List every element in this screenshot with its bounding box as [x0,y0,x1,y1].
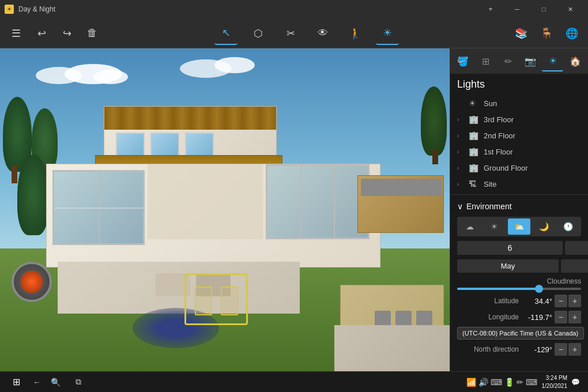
task-view-button[interactable]: ⧉ [69,373,88,391]
new-tab-btn[interactable]: + [477,0,504,18]
main-content: 🪣 ⊞ ✏ 📷 ☀ 🏠 Lights ☀ Sun [0,48,588,371]
night-btn[interactable]: 🌙 [533,218,555,235]
longitude-minus-btn[interactable]: − [555,311,567,323]
delete-btn[interactable]: 🗑 [81,22,104,45]
latitude-minus-btn[interactable]: − [555,295,567,307]
shapes-icon: ⬡ [254,27,263,40]
house-wood-upper [104,107,276,130]
floor-2nd-label: 2nd Floor [484,131,581,140]
battery-icon[interactable]: 🔋 [504,378,514,387]
site-light-icon: 🏗 [469,179,479,189]
expand-ground-icon: › [457,165,464,171]
day-input[interactable] [561,259,588,273]
system-clock[interactable]: 3:24 PM 1/20/2021 [542,374,568,390]
cut-tool-btn[interactable]: ✂ [279,22,302,45]
environment-section: ∨ Environment ☁ ☀ ⛅ 🌙 🕐 [450,197,588,360]
tree-3-top [17,154,49,235]
tree-1-trunk [12,166,17,183]
shapes-tool-btn[interactable]: ⬡ [247,22,270,45]
longitude-plus-btn[interactable]: + [568,311,581,323]
time-btn[interactable]: 🕐 [557,218,579,235]
delete-icon: 🗑 [87,27,97,39]
view-tool-btn[interactable]: 👁 [311,22,334,45]
outdoor-kitchen [357,175,444,233]
tab-columns[interactable]: ⊞ [475,51,496,71]
expand-1st-icon: › [457,149,464,155]
north-minus-btn[interactable]: − [555,343,567,356]
keyboard2-icon[interactable]: ⌨ [526,378,537,387]
columns-icon: ⊞ [482,56,489,67]
tab-camera[interactable]: 📷 [519,51,541,71]
environment-title[interactable]: ∨ Environment [457,202,581,211]
overcast-btn[interactable]: ☁ [459,218,481,235]
sunny-btn[interactable]: ☀ [484,218,506,235]
library-btn[interactable]: 📚 [510,22,533,45]
globe-btn[interactable]: 🌐 [560,22,583,45]
maximize-btn[interactable]: □ [530,0,557,18]
menu-btn[interactable]: ☰ [5,22,28,45]
notification-icon: 💬 [571,378,580,386]
cloudiness-section: Cloudiness [457,277,581,290]
latitude-row: Latitude 34.4° − + [457,295,581,307]
back-button[interactable]: ← [28,373,46,391]
latitude-value: 34.4° [523,297,552,306]
floor-1st-label: 1st Floor [484,148,581,156]
latitude-plus-btn[interactable]: + [568,295,581,307]
floor-3rd-icon: 🏢 [469,115,479,124]
longitude-controls: − + [555,311,581,323]
lights-title: Lights [450,74,588,95]
main-toolbar: ☰ ↩ ↪ 🗑 ↖ ⬡ ✂ 👁 🚶 ☀ 📚 [0,18,588,48]
light-item-1st-floor[interactable]: › 🏢 1st Floor [450,144,588,160]
north-plus-btn[interactable]: + [568,343,581,356]
network-icon[interactable]: 📶 [466,378,476,387]
floor-3rd-label: 3rd Floor [484,115,581,124]
task-view-icon: ⧉ [76,377,81,387]
viewport[interactable] [0,48,450,371]
pen-icon[interactable]: ✏ [517,378,523,387]
sun-tab-icon: ☀ [549,55,557,66]
light-item-ground-floor[interactable]: › 🏢 Ground Floor [450,160,588,176]
north-direction-value: -129° [523,345,552,354]
north-direction-label: North direction [457,345,519,353]
expand-2nd-icon: › [457,133,464,139]
start-button[interactable]: ⊞ [5,373,28,391]
light-item-site[interactable]: › 🏗 Site [450,176,588,192]
app-icon: ☀ [5,5,14,14]
cloudiness-thumb[interactable] [535,285,543,293]
select-tool-btn[interactable]: ↖ [214,22,238,45]
walk-tool-btn[interactable]: 🚶 [344,22,367,45]
notification-center-btn[interactable]: 💬 [567,373,583,391]
cloudiness-slider[interactable] [457,288,581,290]
minimize-btn[interactable]: ─ [504,0,530,18]
undo-btn[interactable]: ↩ [30,22,53,45]
floor-1st-icon: 🏢 [469,147,479,156]
tab-bucket[interactable]: 🪣 [453,51,474,71]
sun-tool-icon: ☀ [383,27,392,39]
sun-tool-btn[interactable]: ☀ [376,22,399,45]
light-item-sun[interactable]: ☀ Sun [450,95,588,111]
tab-house[interactable]: 🏠 [564,51,586,71]
sun-light-icon: ☀ [469,99,479,108]
minute-input[interactable] [565,241,588,255]
light-item-3rd-floor[interactable]: › 🏢 3rd Floor [450,111,588,127]
side-panel-tabs: 🪣 ⊞ ✏ 📷 ☀ 🏠 [450,48,588,74]
redo-btn[interactable]: ↪ [55,22,78,45]
tab-sun[interactable]: ☀ [542,51,563,71]
keyboard-icon[interactable]: ⌨ [491,378,502,387]
timezone-select[interactable]: (UTC-08:00) Pacific Time (US & Canada) [457,327,584,340]
light-item-2nd-floor[interactable]: › 🏢 2nd Floor [450,127,588,144]
door-divider-2 [300,166,301,238]
environment-mode-buttons: ☁ ☀ ⛅ 🌙 🕐 [457,217,581,236]
timezone-row: (UTC-08:00) Pacific Time (US & Canada) [457,327,581,340]
partly-cloudy-btn[interactable]: ⛅ [508,218,530,235]
cloud-5 [214,57,255,73]
tab-pencil[interactable]: ✏ [497,51,519,71]
close-btn[interactable]: ✕ [557,0,583,18]
toolbar-right: 📚 🪑 🌐 [510,22,583,45]
hour-input[interactable] [457,241,563,255]
volume-icon[interactable]: 🔊 [478,378,488,387]
longitude-label: Longitude [457,313,519,321]
furniture-btn[interactable]: 🪑 [535,22,558,45]
search-button[interactable]: 🔍 [46,373,65,391]
month-input[interactable] [457,259,559,273]
